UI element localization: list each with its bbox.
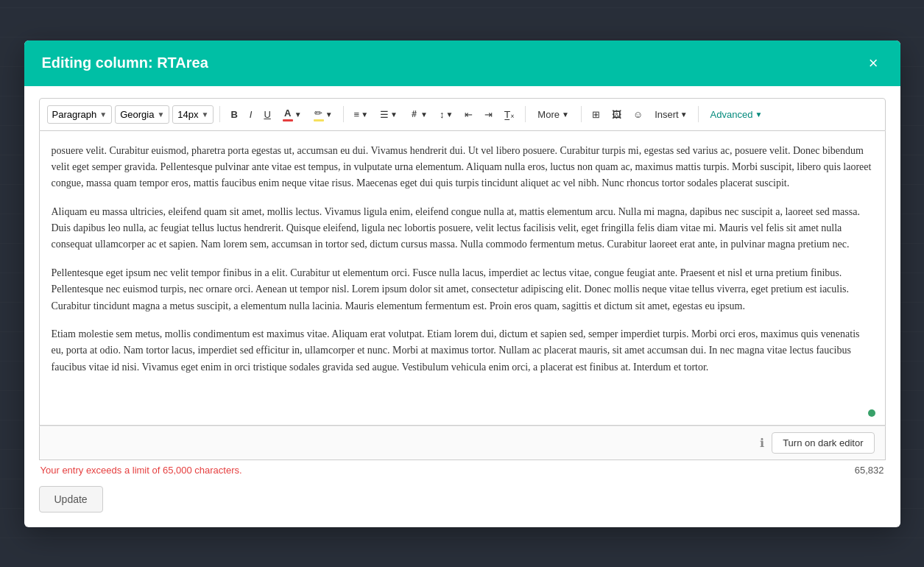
info-icon[interactable]: ℹ <box>760 436 764 450</box>
font-size-select[interactable]: 14px ▼ <box>172 105 214 124</box>
editor-paragraph-1: posuere velit. Curabitur euismod, pharet… <box>52 143 873 192</box>
highlight-arrow: ▼ <box>325 110 333 119</box>
list-arrow: ▼ <box>390 110 398 119</box>
editor-wrapper: posuere velit. Curabitur euismod, pharet… <box>39 131 886 426</box>
size-dropdown-arrow: ▼ <box>201 110 208 119</box>
more-button[interactable]: More ▼ <box>532 106 575 123</box>
paragraph-dropdown-arrow: ▼ <box>99 110 107 119</box>
toolbar-separator-5 <box>698 106 699 122</box>
toolbar-separator-4 <box>581 106 582 122</box>
indent-increase-icon: ⇥ <box>484 109 493 120</box>
align-icon: ≡ <box>354 109 360 120</box>
highlight-icon: ✏ <box>314 108 324 122</box>
validation-row: Your entry exceeds a limit of 65,000 cha… <box>39 460 886 480</box>
align-button[interactable]: ≡ ▼ <box>350 106 373 123</box>
highlight-button[interactable]: ✏ ▼ <box>309 105 337 124</box>
emoji-icon: ☺ <box>633 109 643 120</box>
insert-button[interactable]: Insert ▼ <box>650 106 691 123</box>
special-chars-icon: ⊞ <box>592 109 600 120</box>
status-dot <box>868 409 875 417</box>
error-message: Your entry exceeds a limit of 65,000 cha… <box>40 465 242 476</box>
list-button[interactable]: ☰ ▼ <box>375 106 402 123</box>
advanced-arrow: ▼ <box>755 110 762 119</box>
text-color-button[interactable]: A ▼ <box>278 105 306 124</box>
insert-arrow: ▼ <box>680 110 688 119</box>
rich-text-editor[interactable]: posuere velit. Curabitur euismod, pharet… <box>39 131 886 426</box>
underline-button[interactable]: U <box>259 106 275 123</box>
ol-arrow: ▼ <box>420 110 428 119</box>
image-button[interactable]: 🖼 <box>607 106 626 123</box>
text-color-icon: A <box>283 108 293 122</box>
align-arrow: ▼ <box>361 110 368 119</box>
modal-header: Editing column: RTArea × <box>24 40 900 86</box>
editor-paragraph-2: Aliquam eu massa ultricies, eleifend qua… <box>52 204 873 253</box>
clear-formatting-icon: T̲ₓ <box>504 109 515 120</box>
toolbar-separator-2 <box>343 106 344 122</box>
color-arrow: ▼ <box>295 110 302 119</box>
lh-arrow: ▼ <box>445 110 453 119</box>
font-dropdown-arrow: ▼ <box>157 110 164 119</box>
list-icon: ☰ <box>380 109 389 120</box>
clear-formatting-button[interactable]: T̲ₓ <box>500 106 519 123</box>
bold-button[interactable]: B <box>226 106 241 123</box>
modal: Editing column: RTArea × Paragraph ▼ Geo… <box>24 40 900 527</box>
emoji-button[interactable]: ☺ <box>629 106 647 123</box>
italic-button[interactable]: I <box>245 106 257 123</box>
dark-editor-button[interactable]: Turn on dark editor <box>772 432 874 454</box>
modal-body: Paragraph ▼ Georgia ▼ 14px ▼ B I <box>24 86 900 527</box>
paragraph-style-select[interactable]: Paragraph ▼ <box>47 105 113 124</box>
indent-decrease-button[interactable]: ⇤ <box>460 106 477 123</box>
editor-footer: ℹ Turn on dark editor <box>39 426 886 460</box>
indent-decrease-icon: ⇤ <box>465 109 473 120</box>
character-count: 65,832 <box>855 465 884 476</box>
line-height-icon: ↕ <box>440 109 445 120</box>
editor-toolbar: Paragraph ▼ Georgia ▼ 14px ▼ B I <box>39 98 886 131</box>
modal-title: Editing column: RTArea <box>42 54 208 71</box>
image-icon: 🖼 <box>612 109 621 120</box>
advanced-button[interactable]: Advanced ▼ <box>705 106 769 123</box>
update-button[interactable]: Update <box>39 486 103 513</box>
ordered-list-icon: ＃ <box>409 108 419 121</box>
font-select[interactable]: Georgia ▼ <box>115 105 169 124</box>
toolbar-separator-1 <box>219 106 220 122</box>
close-button[interactable]: × <box>864 54 883 73</box>
toolbar-separator-3 <box>525 106 526 122</box>
more-arrow: ▼ <box>562 110 569 119</box>
ordered-list-button[interactable]: ＃ ▼ <box>405 105 432 124</box>
line-height-button[interactable]: ↕ ▼ <box>435 106 457 123</box>
indent-increase-button[interactable]: ⇥ <box>480 106 497 123</box>
special-chars-button[interactable]: ⊞ <box>588 106 604 123</box>
editor-paragraph-3: Pellentesque eget ipsum nec velit tempor… <box>52 265 873 314</box>
editor-paragraph-4: Etiam molestie sem metus, mollis condime… <box>52 326 873 376</box>
